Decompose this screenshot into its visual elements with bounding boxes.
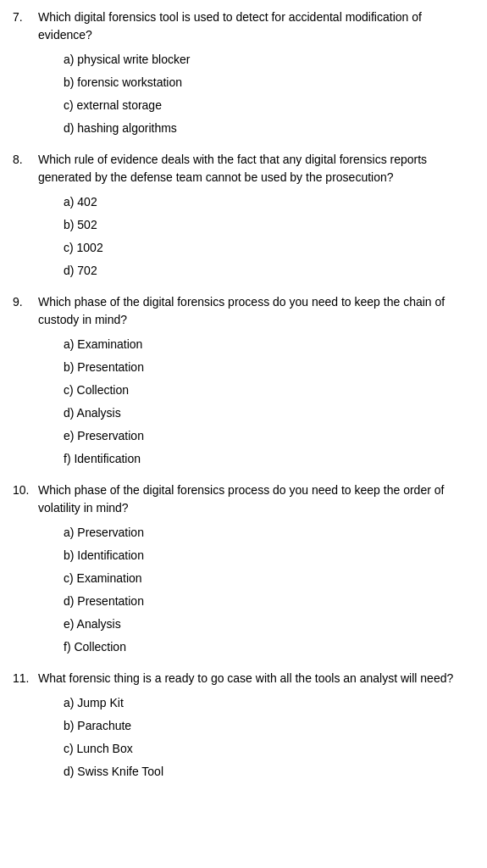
option-item: c) Examination [64, 570, 474, 587]
option-item: d) 702 [64, 262, 474, 280]
question-body: Which phase of the digital forensics pro… [38, 293, 474, 329]
options-list: a) 402b) 502c) 1002d) 702 [64, 193, 474, 280]
option-item: b) Parachute [64, 717, 474, 735]
options-list: a) Preservationb) Identificationc) Exami… [64, 524, 474, 656]
question-number: 11. [13, 670, 38, 687]
question-text-row: 9.Which phase of the digital forensics p… [13, 293, 474, 329]
option-item: c) external storage [64, 97, 474, 114]
question-body: What forensic thing is a ready to go cas… [38, 670, 474, 687]
question-text-row: 10.Which phase of the digital forensics … [13, 481, 474, 517]
options-list: a) Jump Kitb) Parachutec) Lunch Boxd) Sw… [64, 694, 474, 781]
option-item: a) 402 [64, 193, 474, 211]
questions-container: 7.Which digital forensics tool is used t… [13, 8, 474, 781]
option-item: f) Identification [64, 450, 474, 468]
option-item: b) 502 [64, 216, 474, 234]
question-body: Which digital forensics tool is used to … [38, 8, 474, 44]
question-text-row: 11.What forensic thing is a ready to go … [13, 670, 474, 687]
option-item: b) Presentation [64, 359, 474, 376]
option-item: c) Collection [64, 381, 474, 399]
option-item: f) Collection [64, 638, 474, 656]
option-item: d) Analysis [64, 404, 474, 422]
option-item: a) Preservation [64, 524, 474, 542]
option-item: b) Identification [64, 547, 474, 565]
question-body: Which phase of the digital forensics pro… [38, 481, 474, 517]
option-item: e) Analysis [64, 615, 474, 633]
question-body: Which rule of evidence deals with the fa… [38, 151, 474, 186]
option-item: b) forensic workstation [64, 74, 474, 92]
options-list: a) physical write blockerb) forensic wor… [64, 51, 474, 137]
question-number: 7. [13, 8, 38, 44]
option-item: a) Examination [64, 336, 474, 353]
question-11: 11.What forensic thing is a ready to go … [13, 670, 474, 781]
question-number: 10. [13, 481, 38, 517]
option-item: c) Lunch Box [64, 740, 474, 758]
option-item: d) Swiss Knife Tool [64, 763, 474, 781]
options-list: a) Examinationb) Presentationc) Collecti… [64, 336, 474, 468]
option-item: e) Preservation [64, 427, 474, 445]
option-item: d) hashing algorithms [64, 120, 474, 137]
question-text-row: 7.Which digital forensics tool is used t… [13, 8, 474, 44]
question-7: 7.Which digital forensics tool is used t… [13, 8, 474, 137]
option-item: d) Presentation [64, 593, 474, 610]
question-8: 8.Which rule of evidence deals with the … [13, 151, 474, 280]
question-number: 9. [13, 293, 38, 329]
option-item: a) Jump Kit [64, 694, 474, 712]
question-number: 8. [13, 151, 38, 186]
option-item: a) physical write blocker [64, 51, 474, 69]
option-item: c) 1002 [64, 239, 474, 257]
question-text-row: 8.Which rule of evidence deals with the … [13, 151, 474, 186]
question-10: 10.Which phase of the digital forensics … [13, 481, 474, 656]
question-9: 9.Which phase of the digital forensics p… [13, 293, 474, 468]
